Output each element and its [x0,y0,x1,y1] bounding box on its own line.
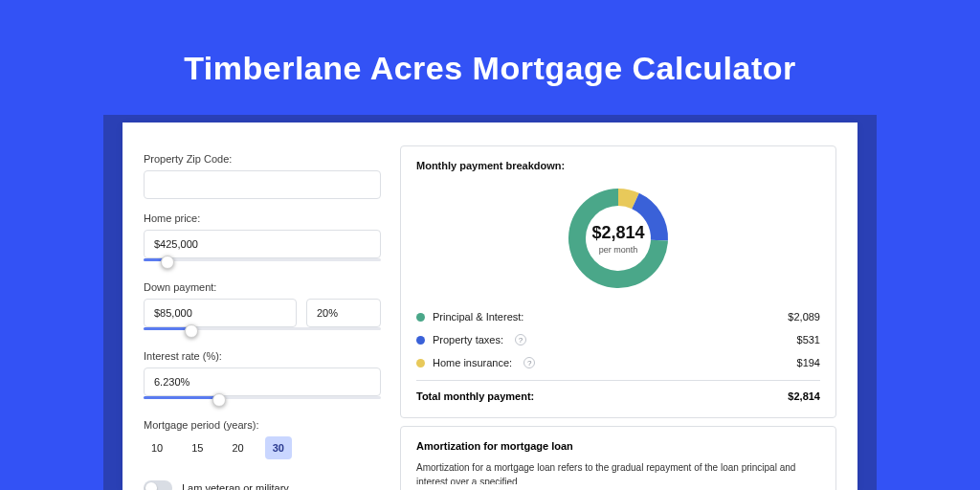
results-column: Monthly payment breakdown: $2,814 per mo… [400,145,836,490]
legend-value: $194 [797,357,820,368]
legend-label: Property taxes: [433,334,503,345]
period-pill-10[interactable]: 10 [144,436,170,459]
divider [416,380,820,381]
home-price-input[interactable] [144,230,381,258]
amortization-text: Amortization for a mortgage loan refers … [416,461,820,484]
down-payment-pct-input[interactable] [306,299,381,327]
down-payment-input[interactable] [144,299,297,327]
interest-rate-slider[interactable] [144,394,381,406]
donut-center-value: $2,814 [591,223,644,243]
total-value: $2,814 [788,390,820,402]
zip-input[interactable] [144,170,381,199]
period-pill-20[interactable]: 20 [225,436,252,459]
dot-icon [416,336,425,345]
dot-icon [416,313,425,322]
home-price-label: Home price: [144,212,381,224]
legend: Principal & Interest: $2,089 Property ta… [416,311,820,368]
dot-icon [416,359,425,368]
calculator-card: Property Zip Code: Home price: Down paym… [122,122,858,490]
veteran-toggle[interactable] [144,480,172,490]
period-pill-15[interactable]: 15 [184,436,211,459]
legend-row-principal: Principal & Interest: $2,089 [416,311,820,323]
info-icon[interactable]: ? [515,334,526,345]
period-pills: 10 15 20 30 [144,436,381,459]
interest-rate-input[interactable] [144,368,381,396]
home-price-slider[interactable] [144,256,381,268]
legend-value: $2,089 [788,311,820,323]
veteran-label: I am veteran or military [182,482,289,490]
legend-row-taxes: Property taxes: ? $531 [416,334,820,345]
donut-center-sub: per month [591,245,644,255]
down-payment-label: Down payment: [144,281,381,293]
legend-value: $531 [797,334,820,345]
legend-label: Home insurance: [433,357,512,368]
interest-rate-label: Interest rate (%): [144,350,381,362]
inputs-column: Property Zip Code: Home price: Down paym… [144,145,381,490]
down-payment-slider[interactable] [144,325,381,337]
period-pill-30[interactable]: 30 [265,436,292,459]
amortization-title: Amortization for mortgage loan [416,440,820,452]
breakdown-panel: Monthly payment breakdown: $2,814 per mo… [400,145,836,418]
amortization-panel: Amortization for mortgage loan Amortizat… [400,426,836,490]
breakdown-title: Monthly payment breakdown: [416,160,820,171]
legend-row-insurance: Home insurance: ? $194 [416,357,820,368]
info-icon[interactable]: ? [523,357,535,368]
legend-label: Principal & Interest: [433,311,523,323]
period-label: Mortgage period (years): [144,419,381,431]
zip-label: Property Zip Code: [144,153,381,165]
total-label: Total monthly payment: [416,390,534,402]
donut-chart: $2,814 per month [557,177,679,300]
page-title: Timberlane Acres Mortgage Calculator [0,50,980,87]
